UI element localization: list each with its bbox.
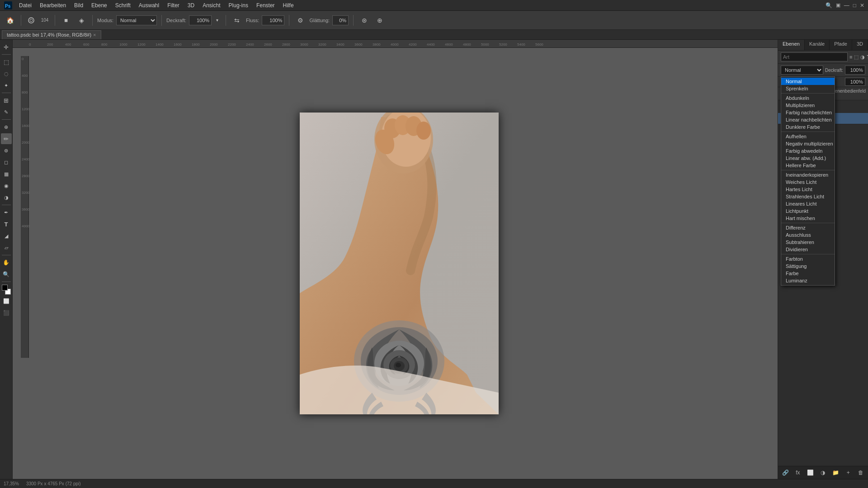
blend-strahlendes-licht[interactable]: Strahlendes Licht xyxy=(781,193,835,200)
menu-ansicht[interactable]: Ansicht xyxy=(199,1,224,9)
new-layer-btn[interactable]: + xyxy=(844,468,853,477)
opacity-input[interactable] xyxy=(845,66,865,75)
symmetry-btn[interactable]: ⇆ xyxy=(231,14,243,27)
marquee-tool[interactable]: ⬚ xyxy=(1,56,12,67)
blend-subtrahieren[interactable]: Subtrahieren xyxy=(781,239,835,246)
text-tool[interactable]: T xyxy=(1,219,12,230)
menu-fenster[interactable]: Fenster xyxy=(253,1,278,9)
menu-bild[interactable]: Bild xyxy=(71,1,87,9)
new-group-btn[interactable]: 📁 xyxy=(831,468,840,477)
move-tool[interactable]: ✛ xyxy=(1,42,12,52)
tablet-btn[interactable]: ⊕ xyxy=(373,14,386,27)
menu-3d[interactable]: 3D xyxy=(184,1,198,9)
workspace-btn[interactable]: ▣ xyxy=(836,2,840,8)
blend-linear-nachbelichten[interactable]: Linear nachbelichten xyxy=(781,116,835,123)
blend-differenz[interactable]: Differenz xyxy=(781,224,835,231)
blend-hartes-licht[interactable]: Hartes Licht xyxy=(781,186,835,193)
angle-btn[interactable]: ⊛ xyxy=(358,14,371,27)
zoom-tool[interactable]: 🔍 xyxy=(1,269,12,280)
deckraft-input[interactable] xyxy=(189,15,212,25)
path-select-tool[interactable]: ◢ xyxy=(1,230,12,241)
menu-ebene[interactable]: Ebene xyxy=(88,1,111,9)
layers-search-input[interactable] xyxy=(781,52,848,61)
blend-hellere-farbe[interactable]: Hellere Farbe xyxy=(781,162,835,169)
blend-farbe[interactable]: Farbe xyxy=(781,270,835,277)
gradient-tool[interactable]: ▦ xyxy=(1,169,12,179)
airbrush-btn[interactable]: ◈ xyxy=(75,14,88,27)
tab-ebenen[interactable]: Ebenen xyxy=(778,40,805,50)
blend-sprenkeln[interactable]: Sprenkeln xyxy=(781,85,835,92)
blur-tool[interactable]: ◉ xyxy=(1,180,12,191)
menu-plugins[interactable]: Plug-ins xyxy=(225,1,252,9)
blend-farbig-abwedeln[interactable]: Farbig abwedeln xyxy=(781,147,835,155)
blend-dunklere-farbe[interactable]: Dunklere Farbe xyxy=(781,123,835,131)
blend-dividieren[interactable]: Dividieren xyxy=(781,246,835,253)
magic-wand-tool[interactable]: ✦ xyxy=(1,80,12,91)
heal-tool[interactable]: ⊕ xyxy=(1,122,12,132)
tab-kanale[interactable]: Kanäle xyxy=(805,40,830,50)
fill-input[interactable] xyxy=(845,78,865,86)
eyedropper-tool[interactable]: ✎ xyxy=(1,107,12,117)
crop-tool[interactable]: ⊞ xyxy=(1,95,12,106)
blend-farbig-nachbelichten[interactable]: Farbig nachbelichten xyxy=(781,109,835,116)
blend-farbton[interactable]: Farbton xyxy=(781,255,835,263)
brush-size-display: 104 xyxy=(39,18,50,23)
menu-filter[interactable]: Filter xyxy=(164,1,183,9)
blend-aufhellen[interactable]: Aufhellen xyxy=(781,133,835,140)
deckraft-slider-icon[interactable]: ▾ xyxy=(213,14,221,27)
blend-negativ-multiplizieren[interactable]: Negativ multiplizieren xyxy=(781,140,835,147)
dodge-tool[interactable]: ◑ xyxy=(1,192,12,203)
brush-tool[interactable]: ✏ xyxy=(1,133,12,144)
filter-adjust-btn[interactable]: ◑ xyxy=(860,52,865,61)
maximize-btn[interactable]: □ xyxy=(853,2,856,9)
blend-hart-mischen[interactable]: Hart mischen xyxy=(781,215,835,222)
close-btn[interactable]: ✕ xyxy=(860,2,864,9)
modus-select[interactable]: Normal xyxy=(116,15,157,25)
document-tab[interactable]: tattoo.psdc bei 17,4% (Rose, RGB/8#) × xyxy=(2,30,101,39)
search-btn[interactable]: 🔍 xyxy=(826,2,832,9)
shape-tool[interactable]: ▱ xyxy=(1,242,12,253)
pen-tool[interactable]: ✒ xyxy=(1,207,12,218)
blend-weiches-licht[interactable]: Weiches Licht xyxy=(781,178,835,186)
blend-ineinanderkopieren[interactable]: Ineinanderkopieren xyxy=(781,171,835,178)
glattung-input[interactable] xyxy=(332,15,349,25)
add-style-btn[interactable]: fx xyxy=(793,468,802,477)
ruler-vertical: 0 400 800 1200 1600 2000 2400 2800 3200 … xyxy=(21,56,29,358)
blend-ausschluss[interactable]: Ausschluss xyxy=(781,231,835,239)
menu-schrift[interactable]: Schrift xyxy=(112,1,134,9)
settings-btn[interactable]: ⚙ xyxy=(294,14,307,27)
mask-mode[interactable]: ⬜ xyxy=(1,296,12,306)
home-btn[interactable]: 🏠 xyxy=(4,14,16,27)
menu-datei[interactable]: Datei xyxy=(15,1,35,9)
add-mask-btn[interactable]: ⬜ xyxy=(806,468,815,477)
frame-mode[interactable]: ⬛ xyxy=(1,307,12,318)
glattung-label: Glättung: xyxy=(309,18,330,23)
blend-lineares-licht[interactable]: Lineares Licht xyxy=(781,200,835,207)
blend-luminanz[interactable]: Luminanz xyxy=(781,277,835,284)
link-layers-btn[interactable]: 🔗 xyxy=(781,468,790,477)
new-fill-adj-btn[interactable]: ◑ xyxy=(818,468,827,477)
blend-multiplizieren[interactable]: Multiplizieren xyxy=(781,102,835,109)
filter-pixel-btn[interactable]: ⬚ xyxy=(854,52,859,61)
eraser-tool[interactable]: ◻ xyxy=(1,157,12,168)
menu-hilfe[interactable]: Hilfe xyxy=(279,1,297,9)
lasso-tool[interactable]: ◌ xyxy=(1,68,12,79)
blend-linear-abw[interactable]: Linear abw. (Add.) xyxy=(781,155,835,162)
fluss-input[interactable] xyxy=(262,15,284,25)
menu-auswahl[interactable]: Auswahl xyxy=(135,1,163,9)
menu-bearbeiten[interactable]: Bearbeiten xyxy=(36,1,70,9)
blend-normal[interactable]: Normal xyxy=(781,78,835,85)
tab-3d[interactable]: 3D xyxy=(852,40,868,50)
delete-layer-btn[interactable]: 🗑 xyxy=(856,468,865,477)
blend-mode-select[interactable]: Normal xyxy=(781,66,823,75)
foreground-color[interactable] xyxy=(2,285,8,291)
tab-pfade[interactable]: Pfade xyxy=(830,40,852,50)
brush-preset-btn[interactable]: ◼ xyxy=(60,14,72,27)
clone-tool[interactable]: ⊛ xyxy=(1,145,12,156)
blend-lichtpunkt[interactable]: Lichtpunkt xyxy=(781,207,835,215)
filter-kind-btn[interactable]: ≡ xyxy=(849,52,852,61)
blend-abdunkeln[interactable]: Abdunkeln xyxy=(781,94,835,102)
blend-sattigung[interactable]: Sättigung xyxy=(781,263,835,270)
hand-tool[interactable]: ✋ xyxy=(1,257,12,268)
minimize-btn[interactable]: — xyxy=(844,2,849,9)
